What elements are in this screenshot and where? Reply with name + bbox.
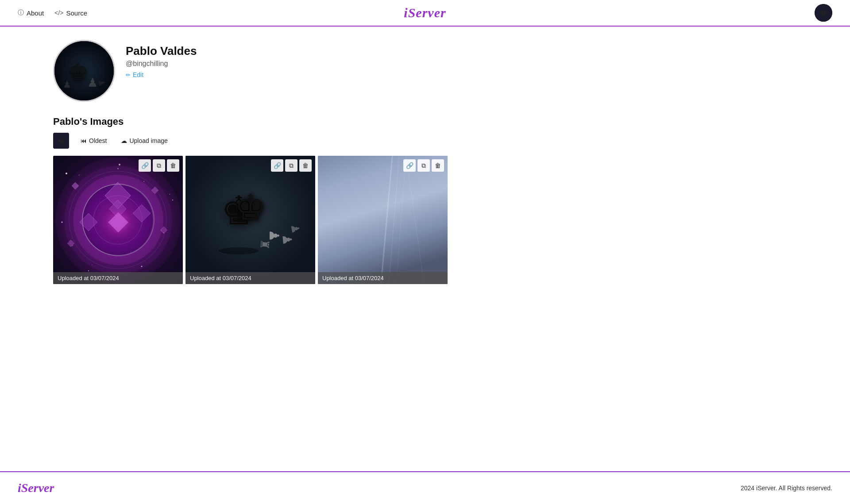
toolbar-thumb-inner: ♚ (53, 133, 69, 149)
svg-rect-27 (185, 156, 315, 284)
images-title: Pablo's Images (53, 116, 797, 127)
header-nav: ⓘ About </> Source (18, 9, 87, 17)
upload-icon: ☁ (121, 137, 127, 144)
upload-label: Upload image (129, 137, 167, 144)
user-avatar-header[interactable]: ♚ (815, 4, 832, 22)
upload-timestamp-1: Uploaded at 03/07/2024 (53, 272, 183, 284)
image-controls-1: 🔗 ⧉ 🗑 (139, 159, 179, 172)
about-nav-item[interactable]: ⓘ About (18, 9, 44, 17)
link-button-2[interactable]: 🔗 (271, 159, 283, 172)
images-grid: 🔗 ⧉ 🗑 Uploaded at 03/07/2024 (53, 156, 797, 284)
about-icon: ⓘ (18, 9, 24, 17)
image-card-2[interactable]: ♚ ♟ ♟ ♜ ♟ 🔗 ⧉ 🗑 Uploaded at 03/07/2 (185, 156, 315, 284)
source-label: Source (66, 9, 87, 17)
copy-button-1[interactable]: ⧉ (153, 159, 165, 172)
about-label: About (27, 9, 44, 17)
footer-copyright: 2024 iServer. All Rights reserved. (741, 485, 832, 492)
images-section: Pablo's Images ♚ ⏮ Oldest ☁ Upload image (53, 116, 797, 284)
svg-line-36 (388, 156, 400, 284)
sparkles-overlay (53, 156, 183, 284)
image-bg-1 (53, 156, 183, 284)
header-logo: iServer (404, 5, 446, 20)
header-right: ♚ (815, 4, 832, 22)
image-controls-2: 🔗 ⧉ 🗑 (271, 159, 312, 172)
header: ⓘ About </> Source iServer ♚ (0, 0, 850, 27)
svg-text:♟: ♟ (97, 78, 107, 87)
footer-logo: iServer (18, 481, 54, 495)
avatar-inner: ♚ ♟ ♟ ♟ (54, 41, 114, 100)
source-icon: </> (54, 9, 63, 16)
profile-section: ♚ ♟ ♟ ♟ Pablo Valdes @bingchilling ✏ Edi… (53, 40, 797, 102)
svg-text:♟: ♟ (289, 223, 302, 235)
edit-icon: ✏ (126, 72, 131, 78)
svg-line-35 (380, 156, 393, 284)
svg-text:♜: ♜ (258, 239, 272, 250)
image-controls-3: 🔗 ⧉ 🗑 (403, 159, 444, 172)
svg-text:♚: ♚ (58, 137, 65, 146)
upload-timestamp-2: Uploaded at 03/07/2024 (185, 272, 315, 284)
svg-text:♚: ♚ (819, 8, 828, 19)
avatar-image: ♚ (815, 4, 832, 22)
oldest-label: Oldest (89, 137, 107, 144)
footer: iServer 2024 iServer. All Rights reserve… (0, 471, 850, 504)
delete-button-1[interactable]: 🗑 (167, 159, 179, 172)
svg-text:♟: ♟ (280, 234, 294, 246)
images-toolbar: ♚ ⏮ Oldest ☁ Upload image (53, 133, 797, 149)
svg-text:♟: ♟ (267, 230, 282, 242)
svg-text:♟: ♟ (63, 79, 71, 89)
image-bg-3 (318, 156, 448, 284)
link-button-1[interactable]: 🔗 (139, 159, 151, 172)
profile-info: Pablo Valdes @bingchilling ✏ Edit (126, 40, 197, 78)
profile-username: @bingchilling (126, 60, 197, 68)
oldest-button[interactable]: ⏮ Oldest (78, 135, 109, 146)
edit-profile-link[interactable]: ✏ Edit (126, 71, 197, 78)
svg-rect-34 (318, 156, 448, 284)
source-nav-item[interactable]: </> Source (54, 9, 87, 17)
svg-text:♟: ♟ (87, 76, 98, 89)
svg-text:♚: ♚ (221, 189, 257, 233)
image-card-3[interactable]: 🔗 ⧉ 🗑 Uploaded at 03/07/2024 (318, 156, 448, 284)
svg-line-37 (395, 156, 406, 284)
upload-timestamp-3: Uploaded at 03/07/2024 (318, 272, 448, 284)
svg-point-33 (219, 247, 259, 254)
delete-button-2[interactable]: 🗑 (299, 159, 312, 172)
edit-label: Edit (133, 71, 143, 78)
upload-button[interactable]: ☁ Upload image (118, 135, 170, 146)
link-button-3[interactable]: 🔗 (403, 159, 416, 172)
profile-name: Pablo Valdes (126, 44, 197, 58)
image-bg-2: ♚ ♟ ♟ ♜ ♟ (185, 156, 315, 284)
toolbar-thumbnail: ♚ (53, 133, 69, 149)
main-content: ♚ ♟ ♟ ♟ Pablo Valdes @bingchilling ✏ Edi… (0, 27, 850, 471)
oldest-icon: ⏮ (81, 137, 87, 144)
profile-avatar: ♚ ♟ ♟ ♟ (53, 40, 115, 102)
copy-button-3[interactable]: ⧉ (417, 159, 430, 172)
image-card-1[interactable]: 🔗 ⧉ 🗑 Uploaded at 03/07/2024 (53, 156, 183, 284)
delete-button-3[interactable]: 🗑 (432, 159, 444, 172)
copy-button-2[interactable]: ⧉ (285, 159, 298, 172)
